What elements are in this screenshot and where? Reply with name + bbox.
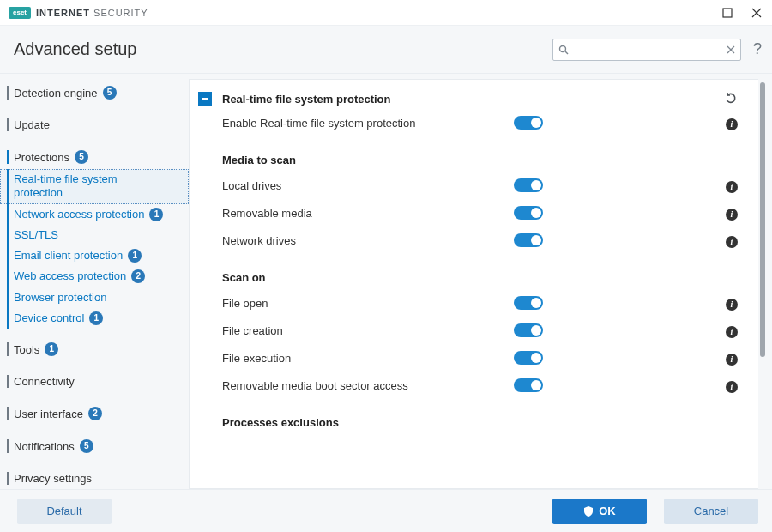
badge: 2 xyxy=(131,269,145,283)
sidebar-item-notif[interactable]: Notifications5 xyxy=(0,434,189,458)
scan-row: File creationi xyxy=(198,317,738,344)
close-icon xyxy=(751,8,762,18)
info-icon[interactable]: i xyxy=(726,209,738,221)
sidebar-item-detection[interactable]: Detection engine5 xyxy=(0,81,189,105)
sidebar-item-label: Tools xyxy=(14,343,39,356)
scrollbar-track[interactable] xyxy=(758,79,767,489)
badge: 5 xyxy=(103,86,117,100)
sidebar-item-label: Notifications xyxy=(14,440,75,453)
toggle-col xyxy=(514,378,565,392)
info-icon[interactable]: i xyxy=(726,354,738,366)
section-header: Real-time file system protection xyxy=(198,88,738,109)
media-row: Removable mediai xyxy=(198,199,738,227)
info-col: i xyxy=(721,378,738,393)
brand-product-strong: INTERNET xyxy=(36,8,90,18)
setting-label: File open xyxy=(222,297,505,310)
toggle-col xyxy=(514,351,565,365)
sidebar-subitem-email[interactable]: Email client protection1 xyxy=(0,245,189,266)
toggle-switch[interactable] xyxy=(514,378,543,392)
setting-label: Local drives xyxy=(222,179,505,192)
content-panel: Real-time file system protection Enable … xyxy=(189,79,758,489)
toggle-switch[interactable] xyxy=(514,351,543,365)
page-title: Advanced setup xyxy=(14,39,136,59)
badge: 1 xyxy=(89,311,103,325)
sidebar-item-label: Browser protection xyxy=(14,291,106,305)
window-maximize-button[interactable] xyxy=(719,4,736,21)
scrollbar-thumb[interactable] xyxy=(760,82,765,357)
info-col: i xyxy=(721,233,738,248)
content-wrap: Real-time file system protection Enable … xyxy=(189,74,772,489)
sidebar-item-label: Privacy settings xyxy=(14,472,92,485)
sidebar-item-label: Detection engine xyxy=(14,87,98,100)
badge: 1 xyxy=(45,342,58,356)
info-icon[interactable]: i xyxy=(726,326,738,338)
sidebar-item-label: Network access protection xyxy=(14,208,144,221)
content-scroll: Real-time file system protection Enable … xyxy=(190,80,758,488)
sidebar-subitem-ssl[interactable]: SSL/TLS xyxy=(0,225,189,245)
badge: 2 xyxy=(88,407,102,420)
sidebar-subitem-rtfs[interactable]: Real-time file system protection xyxy=(0,169,189,204)
titlebar: eset INTERNET SECURITY xyxy=(0,0,772,26)
search-field[interactable] xyxy=(552,39,741,61)
sidebar-subitem-web[interactable]: Web access protection2 xyxy=(0,266,189,287)
toggle-switch[interactable] xyxy=(514,233,543,247)
section-title: Real-time file system protection xyxy=(222,93,714,106)
badge: 5 xyxy=(80,439,93,453)
toggle-col xyxy=(514,116,565,130)
scan-row: File executioni xyxy=(198,344,738,372)
sidebar-subitem-browser[interactable]: Browser protection xyxy=(0,287,189,308)
info-icon[interactable]: i xyxy=(726,299,738,311)
scan-row: Removable media boot sector accessi xyxy=(198,372,738,399)
brand-logo: eset xyxy=(9,7,31,19)
info-col: i xyxy=(721,178,738,193)
ok-button[interactable]: OK xyxy=(552,499,647,524)
toggle-switch[interactable] xyxy=(514,296,543,310)
svg-point-1 xyxy=(560,45,566,51)
sidebar-item-update[interactable]: Update xyxy=(0,113,189,136)
undo-button[interactable] xyxy=(724,92,738,106)
info-icon[interactable]: i xyxy=(726,236,738,248)
default-button[interactable]: Default xyxy=(17,499,112,524)
ok-button-label: OK xyxy=(599,505,616,517)
footer: Default OK Cancel xyxy=(0,489,772,532)
toggle-col xyxy=(514,233,565,247)
media-row: Network drivesi xyxy=(198,227,738,254)
info-icon[interactable]: i xyxy=(726,381,738,393)
toggle-switch[interactable] xyxy=(514,323,543,337)
header: Advanced setup ? xyxy=(0,26,772,74)
search-icon xyxy=(558,45,569,55)
window-controls xyxy=(719,4,765,21)
sidebar-item-label: Protections xyxy=(14,151,69,164)
toggle-switch[interactable] xyxy=(514,206,543,220)
cancel-button[interactable]: Cancel xyxy=(664,499,758,524)
sidebar-item-label: Email client protection xyxy=(14,249,123,263)
sidebar-item-protections[interactable]: Protections5 xyxy=(0,145,189,169)
collapse-toggle[interactable] xyxy=(198,92,212,106)
sidebar-subitem-device[interactable]: Device control1 xyxy=(0,308,189,329)
window-close-button[interactable] xyxy=(748,4,765,21)
sidebar-item-label: Real-time file system protection xyxy=(14,172,151,201)
toggle-switch[interactable] xyxy=(514,178,543,192)
toggle-switch[interactable] xyxy=(514,116,543,130)
setting-label: Network drives xyxy=(222,234,505,247)
info-icon[interactable]: i xyxy=(726,118,738,130)
info-col: i xyxy=(721,295,738,311)
sidebar-item-tools[interactable]: Tools1 xyxy=(0,337,189,361)
search-clear-button[interactable] xyxy=(727,45,735,54)
sidebar-item-connect[interactable]: Connectivity xyxy=(0,370,189,393)
badge: 1 xyxy=(128,249,142,263)
sidebar-item-ui[interactable]: User interface2 xyxy=(0,402,189,426)
sidebar-item-label: Connectivity xyxy=(14,375,75,388)
help-button[interactable]: ? xyxy=(750,40,765,58)
badge: 5 xyxy=(75,150,88,164)
toggle-col xyxy=(514,206,565,220)
info-icon[interactable]: i xyxy=(726,181,738,193)
search-input[interactable] xyxy=(553,39,740,60)
scan-row: File openi xyxy=(198,289,738,317)
sidebar-subitem-netaccess[interactable]: Network access protection1 xyxy=(0,204,189,225)
enable-row: Enable Real-time file system protectioni xyxy=(198,109,738,136)
setting-label: File execution xyxy=(222,352,505,365)
sidebar-item-privacy[interactable]: Privacy settings xyxy=(0,467,189,489)
info-col: i xyxy=(721,205,738,221)
body: Detection engine5UpdateProtections5Real-… xyxy=(0,74,772,489)
